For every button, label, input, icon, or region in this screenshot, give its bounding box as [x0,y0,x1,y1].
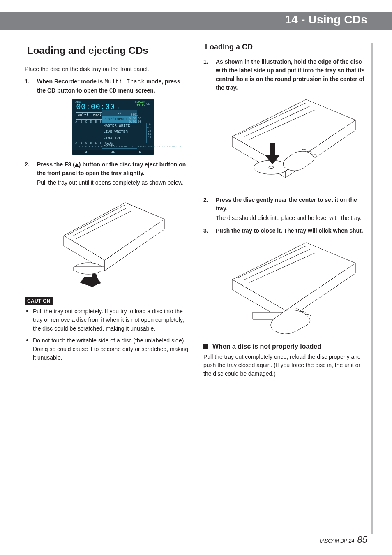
steps-left: When Recorder mode is Multi Track mode, … [25,77,189,289]
step-2-right: Press the disc gently near the center to… [203,196,367,222]
subheading-body: Pull the tray out completely once, reloa… [203,353,367,378]
svg-marker-8 [74,267,104,271]
transport-play-icon [127,150,154,154]
chapter-header-bar: 14 - Using CDs [0,12,392,30]
device-screen: ABS 00:00:00 00 REMAIN 04:56 CD Multi Tr… [72,99,154,155]
section-title-right: Loading a CD [203,43,367,53]
step-1-left: When Recorder mode is Multi Track mode, … [25,77,189,155]
page-footer: TASCAM DP-24 85 [319,534,367,545]
illustration-close-tray [224,238,360,337]
content-area: Loading and ejecting CDs Place the disc … [25,43,367,534]
caution-label: CAUTION [25,297,53,305]
screen-menu-item: LIVE WRITER [102,129,137,136]
screen-right-panel: _00010:00.000:30.00 [129,113,141,123]
steps-right: As shown in the illustration, hold the e… [203,58,367,337]
step-2-right-head: Press the disc gently near the center to… [216,197,357,212]
transport-eject-icon [99,150,127,154]
figure-close-tray [216,238,367,337]
footer-page-number: 85 [357,534,367,545]
chapter-title: 14 - Using CDs [285,13,367,26]
step-2-left-head: Press the F3 () button or the disc tray … [37,161,186,176]
caution-list: Pull the tray out completely. If you try… [25,307,189,362]
caution-item: Pull the tray out completely. If you try… [33,307,189,333]
section-title-left: Loading and ejecting CDs [25,43,189,59]
step-2-right-body: The disc should click into place and be … [216,214,367,222]
eject-icon [75,163,79,166]
figure-hold-disc [216,95,367,190]
subheading-row: When a disc is not properly loaded [203,343,367,350]
square-bullet-icon [203,344,208,349]
lead-paragraph: Place the disc on the disk tray on the f… [25,65,189,73]
caution-item: Do not touch the writable side of a disc… [33,336,189,362]
illustration-tray-open [60,190,166,289]
transport-rewind-icon [72,150,99,154]
left-column: Loading and ejecting CDs Place the disc … [25,43,189,534]
screen-menu-item: MASTER WRITE [102,123,137,130]
screen-remain: REMAIN 04:56 [135,101,145,106]
subheading-text: When a disc is not properly loaded [212,343,321,350]
step-2-left-body: Pull the tray out until it opens complet… [37,178,189,187]
screen-mode-badge: Multi Track [76,112,104,120]
illustration-hold-disc [224,95,360,190]
right-column: Loading a CD As shown in the illustratio… [203,43,367,534]
screen-channels-bottom-nums: 1 2 3 4 5 6 7 8 9 10 11 12 13-14 15-16 1… [76,145,181,148]
footer-product: TASCAM DP-24 [319,538,354,544]
screen-remain-value: 04:56 [135,104,145,106]
page: 14 - Using CDs Loading and ejecting CDs … [0,0,392,555]
page-edge-tab [371,43,373,534]
step-2-left: Press the F3 () button or the disc tray … [25,160,189,289]
figure-tray-open [37,190,189,289]
screen-meter-scale: 0-12-24-36-48 [146,123,151,143]
figure-cd-menu-screen: ABS 00:00:00 00 REMAIN 04:56 CD Multi Tr… [37,99,189,155]
step-1-left-head: When Recorder mode is Multi Track mode, … [37,78,180,94]
screen-cd-icon: CD [146,102,150,106]
step-3-right-head: Push the tray to close it. The tray will… [216,227,363,234]
screen-transport-bar [72,150,154,154]
step-3-right: Push the tray to close it. The tray will… [203,227,367,337]
step-1-right: As shown in the illustration, hold the e… [203,58,367,190]
step-1-right-head: As shown in the illustration, hold the e… [216,58,364,91]
